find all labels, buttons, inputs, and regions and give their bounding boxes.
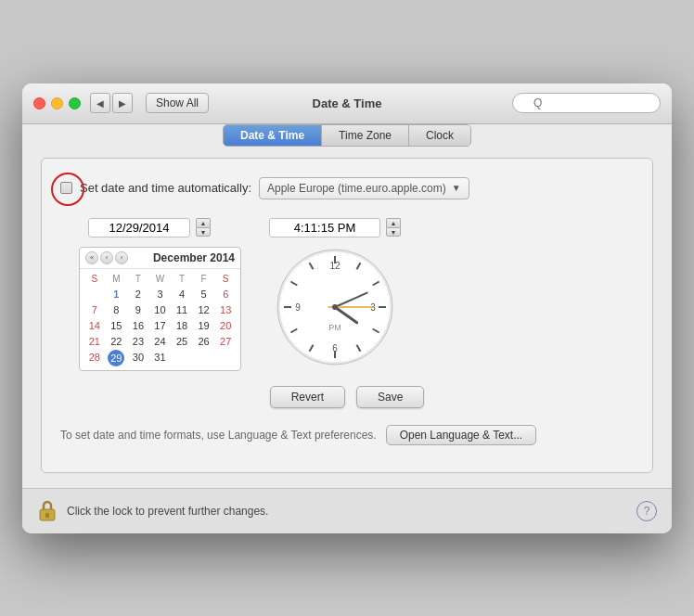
svg-text:PM: PM: [328, 323, 341, 332]
cal-day-8[interactable]: 8: [106, 302, 128, 317]
date-increment-button[interactable]: ▲: [196, 218, 211, 227]
tabs-bar: Date & Time Time Zone Clock: [41, 124, 653, 147]
cal-day-23[interactable]: 23: [127, 334, 149, 349]
tab-date-time[interactable]: Date & Time: [224, 125, 322, 146]
cal-day-18[interactable]: 18: [171, 318, 193, 333]
cal-week-3: 14 15 16 17 18 19 20: [84, 318, 237, 333]
cal-day-27[interactable]: 27: [214, 334, 237, 349]
forward-button[interactable]: ▶: [112, 93, 133, 113]
cal-day-1[interactable]: 1: [106, 287, 128, 302]
auto-set-checkbox[interactable]: [60, 182, 72, 194]
auto-set-row: Set date and time automatically: Apple E…: [60, 177, 634, 199]
cal-day-13[interactable]: 13: [214, 302, 237, 317]
cal-day-15[interactable]: 15: [106, 318, 128, 333]
calendar-header: « ‹ › December 2014: [80, 248, 240, 269]
cal-day-28[interactable]: 28: [84, 350, 106, 366]
cal-day-2[interactable]: 2: [127, 287, 149, 302]
checkbox-container: [60, 182, 72, 194]
calendar-section: 12/29/2014 ▲ ▼ « ‹ ›: [79, 218, 241, 371]
cal-next-button[interactable]: ›: [115, 251, 128, 264]
cal-day-16[interactable]: 16: [127, 318, 149, 333]
cal-day-30[interactable]: 30: [127, 350, 149, 366]
open-language-text-button[interactable]: Open Language & Text...: [386, 425, 537, 445]
cal-week-2: 7 8 9 10 11 12 13: [84, 302, 237, 317]
titlebar: ◀ ▶ Show All Date & Time 🔍: [22, 83, 672, 124]
date-input[interactable]: 12/29/2014: [88, 218, 190, 237]
cal-day-sat: S: [214, 273, 237, 285]
cal-day-mon: M: [106, 273, 128, 285]
search-container: 🔍: [512, 93, 661, 113]
save-button[interactable]: Save: [356, 386, 424, 408]
cal-day-26[interactable]: 26: [193, 334, 215, 349]
search-input[interactable]: [512, 93, 661, 113]
cal-day-empty-4: [214, 350, 237, 366]
calendar-nav: « ‹ ›: [85, 251, 128, 264]
cal-day-6[interactable]: 6: [214, 287, 237, 302]
close-button[interactable]: [33, 97, 45, 109]
time-input[interactable]: 4:11:15 PM: [269, 218, 380, 237]
help-button[interactable]: ?: [636, 501, 657, 521]
back-button[interactable]: ◀: [90, 93, 110, 113]
cal-day-31[interactable]: 31: [149, 350, 172, 366]
cal-day-29-selected[interactable]: 29: [108, 350, 124, 366]
tab-clock[interactable]: Clock: [409, 125, 470, 146]
date-stepper: ▲ ▼: [196, 218, 211, 237]
cal-day-5[interactable]: 5: [193, 287, 215, 302]
datetime-row: 12/29/2014 ▲ ▼ « ‹ ›: [79, 218, 634, 371]
cal-prev-button[interactable]: ‹: [100, 251, 113, 264]
revert-button[interactable]: Revert: [270, 386, 345, 408]
dropdown-arrow-icon: ▼: [452, 183, 461, 193]
cal-day-empty: [84, 287, 106, 302]
titlebar-right: 🔍: [512, 93, 661, 113]
svg-point-23: [332, 304, 338, 310]
cal-week-5: 28 29 30 31: [84, 350, 237, 366]
calendar: « ‹ › December 2014 S M T W: [79, 247, 241, 371]
show-all-button[interactable]: Show All: [146, 93, 209, 113]
time-decrement-button[interactable]: ▼: [386, 227, 401, 237]
cal-day-20[interactable]: 20: [214, 318, 237, 333]
calendar-month-year: December 2014: [128, 251, 235, 264]
svg-text:9: 9: [295, 302, 301, 313]
cal-day-22[interactable]: 22: [106, 334, 128, 349]
cal-day-14[interactable]: 14: [84, 318, 106, 333]
cal-day-11[interactable]: 11: [171, 302, 193, 317]
cal-week-1: 1 2 3 4 5 6: [84, 287, 237, 302]
clock-svg: 12 3 6 9 PM: [275, 247, 395, 367]
cal-day-25[interactable]: 25: [171, 334, 193, 349]
server-dropdown[interactable]: Apple Europe (time.euro.apple.com) ▼: [259, 177, 469, 199]
calendar-grid: S M T W T F S: [80, 269, 240, 370]
info-message: To set date and time formats, use Langua…: [60, 429, 377, 442]
time-stepper: ▲ ▼: [386, 218, 401, 237]
cal-day-12[interactable]: 12: [193, 302, 215, 317]
cal-day-4[interactable]: 4: [171, 287, 193, 302]
maximize-button[interactable]: [69, 97, 81, 109]
minimize-button[interactable]: [51, 97, 63, 109]
time-increment-button[interactable]: ▲: [386, 218, 401, 227]
cal-prev-prev-button[interactable]: «: [85, 251, 98, 264]
date-input-row: 12/29/2014 ▲ ▼: [88, 218, 241, 237]
cal-day-9[interactable]: 9: [127, 302, 149, 317]
content-area: Date & Time Time Zone Clock Set date and…: [22, 124, 672, 488]
auto-set-label: Set date and time automatically:: [80, 181, 251, 195]
lock-icon[interactable]: [37, 498, 58, 524]
cal-day-thu: T: [171, 273, 193, 285]
cal-day-19[interactable]: 19: [193, 318, 215, 333]
cal-day-3[interactable]: 3: [149, 287, 172, 302]
cal-day-tue: T: [127, 273, 149, 285]
traffic-lights: [33, 97, 81, 109]
time-input-row: 4:11:15 PM ▲ ▼: [269, 218, 401, 237]
svg-text:6: 6: [332, 343, 338, 353]
cal-day-wed: W: [149, 273, 172, 285]
date-decrement-button[interactable]: ▼: [196, 227, 211, 237]
cal-day-21[interactable]: 21: [84, 334, 106, 349]
main-panel: Set date and time automatically: Apple E…: [41, 158, 653, 473]
cal-day-7[interactable]: 7: [84, 302, 106, 317]
tab-group: Date & Time Time Zone Clock: [223, 124, 471, 147]
cal-day-empty-2: [171, 350, 193, 366]
nav-buttons: ◀ ▶: [90, 93, 133, 113]
cal-day-17[interactable]: 17: [149, 318, 172, 333]
cal-day-10[interactable]: 10: [149, 302, 172, 317]
tab-time-zone[interactable]: Time Zone: [322, 125, 409, 146]
svg-text:12: 12: [329, 261, 341, 271]
cal-day-24[interactable]: 24: [149, 334, 172, 349]
